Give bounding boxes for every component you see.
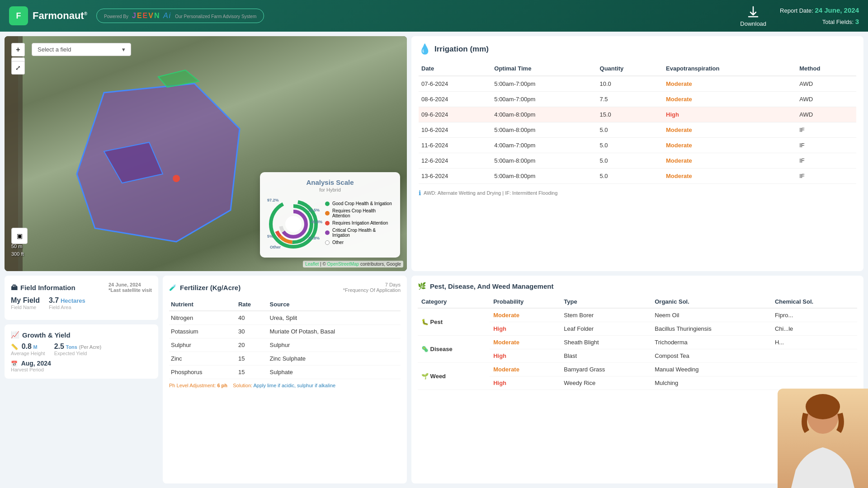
download-label: Download xyxy=(740,20,766,27)
pest-category-icon: 🐛 xyxy=(421,319,429,325)
fert-nutrient: Sulphur xyxy=(169,338,236,352)
pest-probability: High xyxy=(490,322,560,336)
irr-evap: Moderate xyxy=(663,92,797,107)
field-area-val: 3.7 xyxy=(49,296,59,304)
height-unit: M xyxy=(33,344,38,350)
fert-title: Fertilizer (Kg/Acre) xyxy=(180,284,241,291)
irr-qty: 15.0 xyxy=(597,107,663,122)
osm-link[interactable]: OpenStreetMap xyxy=(327,262,359,267)
percent-105: 10.5% xyxy=(308,208,320,212)
irr-method: AWD xyxy=(797,92,856,107)
height-sub: Average Height xyxy=(11,351,45,356)
field-info-icon: 🏔 xyxy=(11,284,18,291)
fullscreen-button[interactable]: ⤢ xyxy=(11,61,25,75)
harvest-icon: 📅 xyxy=(11,361,18,367)
height-icon: 📏 xyxy=(11,343,18,350)
pest-type: Weedy Rice xyxy=(560,376,651,390)
pest-table: Category Probability Type Organic Sol. C… xyxy=(418,296,857,390)
dropdown-arrow-icon: ▾ xyxy=(122,46,125,53)
yield-val: 2.5 xyxy=(54,343,64,350)
legend-dot-crop-health xyxy=(325,211,330,216)
irr-evap: Moderate xyxy=(663,76,797,92)
legend-dot-other xyxy=(325,240,330,245)
irr-time: 5:00am-7:00pm xyxy=(491,76,597,92)
pest-col-type: Type xyxy=(560,296,651,308)
irr-qty: 7.5 xyxy=(597,92,663,107)
irr-evap: High xyxy=(663,107,797,122)
fertilizer-table: Nutrient Rate Source Nitrogen 40 Urea, S… xyxy=(169,298,401,379)
fert-source: Zinc Sulphate xyxy=(268,352,401,366)
irr-col-method: Method xyxy=(797,61,856,76)
fert-nutrient: Zinc xyxy=(169,352,236,366)
pest-col-organic: Organic Sol. xyxy=(651,296,771,308)
irr-time: 5:00am-8:00pm xyxy=(491,169,597,184)
pest-panel-title: 🌿 Pest, Disease, And Weed Management xyxy=(418,282,857,290)
irrigation-row: 12-6-2024 5:00am-8:00pm 5.0 Moderate IF xyxy=(419,153,856,169)
fert-source: Sulphate xyxy=(268,366,401,379)
report-info: Report Date: 24 June, 2024 Total Fields:… xyxy=(780,5,859,28)
pest-chemical xyxy=(771,349,857,363)
fert-header: 🧪 Fertilizer (Kg/Acre) 7 Days *Frequency… xyxy=(169,282,401,293)
fert-col-nutrient: Nutrient xyxy=(169,298,236,311)
percent-97: 97.2% xyxy=(267,198,279,202)
irrigation-row: 09-6-2024 4:00am-8:00pm 15.0 High AWD xyxy=(419,107,856,122)
growth-icon: 📈 xyxy=(11,331,19,339)
analysis-content: 97.2% 10.5% 45.8% 5% Other 40.8% Good Cr… xyxy=(266,197,394,251)
irr-qty: 5.0 xyxy=(597,169,663,184)
pest-chemical xyxy=(771,376,857,390)
irr-method: AWD xyxy=(797,107,856,122)
header-right: Download Report Date: 24 June, 2024 Tota… xyxy=(740,5,859,28)
bottom-left: 🏔 Field Information 24 June, 2024 *Last … xyxy=(5,276,407,483)
main-content: + − ⤢ ▣ Select a field ▾ 50 m 300 ft Lea… xyxy=(0,32,868,488)
jeevn-tagline: Our Personalized Farm Advisory System xyxy=(175,14,256,19)
svg-point-10 xyxy=(285,216,302,232)
fert-solution-link[interactable]: Apply lime if acidic, sulphur if alkalin… xyxy=(254,383,336,388)
pest-category: 🌱 Weed xyxy=(418,363,490,390)
pest-row: 🌱 Weed Moderate Barnyard Grass Manual We… xyxy=(418,363,857,376)
pest-col-category: Category xyxy=(418,296,490,308)
field-info-panel: 🏔 Field Information 24 June, 2024 *Last … xyxy=(5,276,158,320)
pest-organic: Manual Weeding xyxy=(651,363,771,376)
percent-408: 40.8% xyxy=(308,236,320,240)
growth-row1: 📏 0.8 M Average Height 2.5 Tons (Per Acr… xyxy=(11,343,152,356)
pest-probability: Moderate xyxy=(490,308,560,322)
pest-type: Sheath Blight xyxy=(560,336,651,349)
irr-qty: 10.0 xyxy=(597,76,663,92)
fertilizer-table-body: Nitrogen 40 Urea, Split Potassium 30 Mur… xyxy=(169,311,401,379)
field-select-dropdown[interactable]: Select a field ▾ xyxy=(32,43,131,56)
info-icon: ℹ xyxy=(419,189,421,197)
irr-date: 13-6-2024 xyxy=(419,169,491,184)
field-info-date-label: 24 June, 2024 *Last satellite visit xyxy=(108,282,152,293)
fert-ph-val: 6 ph xyxy=(217,383,227,388)
pest-category: 🐛 Pest xyxy=(418,308,490,336)
percent-5: 5% xyxy=(267,234,273,239)
irr-col-date: Date xyxy=(419,61,491,76)
irrigation-row: 13-6-2024 5:00am-8:00pm 5.0 Moderate IF xyxy=(419,169,856,184)
irr-date: 09-6-2024 xyxy=(419,107,491,122)
harvest-val: Aug, 2024 xyxy=(21,360,51,367)
irrigation-row: 10-6-2024 5:00am-8:00pm 5.0 Moderate IF xyxy=(419,122,856,138)
fert-rate: 30 xyxy=(236,325,268,338)
jeevn-name: JEEVN Ai xyxy=(132,12,171,20)
pest-type: Stem Borer xyxy=(560,308,651,322)
pest-chemical: Fipro... xyxy=(771,308,857,322)
irr-date: 07-6-2024 xyxy=(419,76,491,92)
irr-evap: Moderate xyxy=(663,122,797,138)
download-button[interactable]: Download xyxy=(740,5,766,27)
zoom-in-button[interactable]: + xyxy=(11,43,25,56)
pest-table-body: 🐛 Pest Moderate Stem Borer Neem Oil Fipr… xyxy=(418,308,857,390)
other-label-chart: Other xyxy=(270,245,281,249)
layers-button[interactable]: ▣ xyxy=(11,228,28,244)
pest-row: 🦠 Disease Moderate Sheath Blight Trichod… xyxy=(418,336,857,349)
irrigation-panel-title: 💧 Irrigation (mm) xyxy=(419,43,856,55)
jeevn-badge: Powered By JEEVN Ai Our Personalized Far… xyxy=(96,9,264,23)
legend-dot-critical xyxy=(325,230,330,235)
leaflet-link[interactable]: Leaflet xyxy=(305,262,319,267)
app-header: F Farmonaut® Powered By JEEVN Ai Our Per… xyxy=(0,0,868,32)
logo-icon: F xyxy=(9,6,28,25)
irrigation-note: ℹ AWD: Alternate Wetting and Drying | IF… xyxy=(419,189,856,197)
irr-method: IF xyxy=(797,138,856,153)
fert-nutrient: Nitrogen xyxy=(169,311,236,325)
height-item: 📏 0.8 M Average Height xyxy=(11,343,45,356)
pest-type: Leaf Folder xyxy=(560,322,651,336)
